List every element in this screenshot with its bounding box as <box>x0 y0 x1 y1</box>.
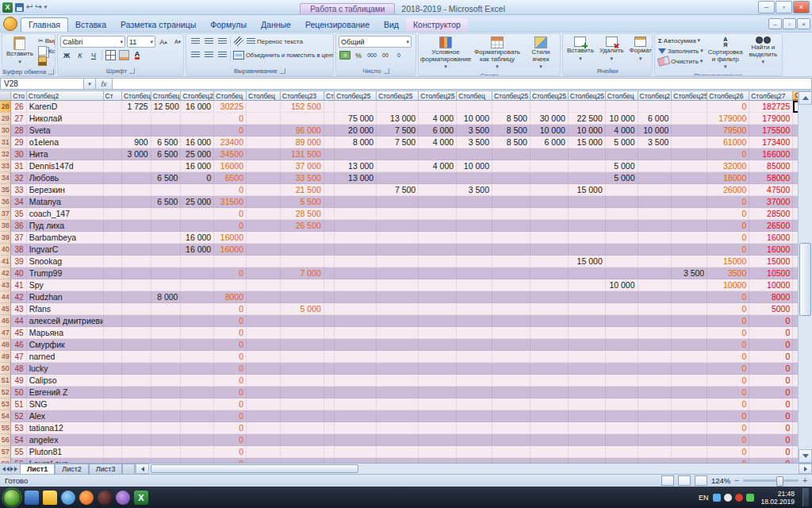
cell[interactable] <box>569 208 606 220</box>
row-header[interactable]: 46 <box>0 315 11 327</box>
cell[interactable]: SNG <box>27 398 104 410</box>
cell[interactable] <box>672 184 707 196</box>
cell[interactable] <box>324 113 335 125</box>
select-all-corner[interactable] <box>0 91 11 101</box>
format-painter-button[interactable] <box>37 56 56 66</box>
cell[interactable] <box>247 315 281 327</box>
cell[interactable] <box>638 244 672 256</box>
autosum-button[interactable]: ΣАвтосумма▾ <box>657 36 704 45</box>
cell[interactable] <box>569 351 606 363</box>
cell[interactable]: 25 000 <box>181 196 214 208</box>
cell[interactable] <box>606 148 638 160</box>
cell[interactable] <box>104 434 122 446</box>
viber-icon[interactable] <box>116 491 130 505</box>
cell[interactable]: 0 <box>214 410 247 422</box>
cell[interactable] <box>530 315 569 327</box>
cell[interactable]: 3 500 <box>457 137 492 148</box>
cell[interactable] <box>457 303 492 315</box>
cell[interactable] <box>569 220 606 232</box>
wrap-text-button[interactable]: Перенос текста <box>246 37 304 47</box>
cell[interactable] <box>419 101 457 113</box>
fill-color-button[interactable] <box>117 49 130 61</box>
cell[interactable]: 1 725 <box>122 101 151 113</box>
cell[interactable]: 0 <box>749 387 793 398</box>
cell[interactable]: 0 <box>707 303 749 315</box>
cell[interactable] <box>122 256 151 267</box>
cell[interactable] <box>492 279 530 291</box>
cell[interactable] <box>181 315 214 327</box>
cell[interactable]: 0 <box>214 267 247 279</box>
cell[interactable] <box>638 267 672 279</box>
number-format-select[interactable]: Общий▾ <box>339 36 412 48</box>
cell[interactable] <box>335 101 377 113</box>
cell[interactable] <box>377 148 419 160</box>
cell[interactable] <box>324 303 335 315</box>
vertical-scroll-thumb[interactable] <box>799 243 811 316</box>
row-header[interactable]: 41 <box>0 256 11 267</box>
cell[interactable] <box>457 422 492 434</box>
cell[interactable] <box>335 220 377 232</box>
cell[interactable] <box>151 160 182 172</box>
cell[interactable] <box>492 232 530 244</box>
cell[interactable] <box>419 398 457 410</box>
cell[interactable]: 4 000 <box>606 125 638 137</box>
cell[interactable] <box>324 279 335 291</box>
cell[interactable]: Dennis147d <box>27 160 104 172</box>
cell[interactable] <box>638 160 672 172</box>
cell[interactable]: 0 <box>214 446 247 458</box>
cell[interactable] <box>247 196 281 208</box>
cell[interactable]: 7 500 <box>377 137 419 148</box>
cell[interactable]: 0 <box>707 208 749 220</box>
cell[interactable] <box>247 244 281 256</box>
cell[interactable] <box>492 196 530 208</box>
row-header[interactable]: 36 <box>0 196 11 208</box>
cell[interactable] <box>247 339 281 351</box>
cell[interactable] <box>492 244 530 256</box>
cell[interactable] <box>530 434 569 446</box>
cell[interactable]: 30 000 <box>530 113 569 125</box>
row-header[interactable]: 34 <box>0 172 11 184</box>
cell[interactable]: Rudzhan <box>27 291 104 303</box>
cell[interactable] <box>122 125 151 137</box>
cell[interactable] <box>569 196 606 208</box>
comma-format-button[interactable]: 000 <box>366 49 378 61</box>
cell[interactable]: 6 000 <box>638 113 672 125</box>
cell[interactable]: 6 500 <box>151 137 182 148</box>
cell[interactable] <box>247 422 281 434</box>
cell[interactable]: 10500 <box>749 267 793 279</box>
cell[interactable] <box>377 422 419 434</box>
cell[interactable] <box>324 375 335 387</box>
cell[interactable] <box>247 303 281 315</box>
cell[interactable] <box>335 410 377 422</box>
cell[interactable]: 53 <box>11 422 26 434</box>
cell[interactable]: 10000 <box>749 279 793 291</box>
cell[interactable] <box>606 351 638 363</box>
cell[interactable]: 10 000 <box>457 113 492 125</box>
cell[interactable] <box>638 351 672 363</box>
cell[interactable] <box>281 363 324 375</box>
cell[interactable] <box>672 351 707 363</box>
copy-button[interactable]: Копировать <box>37 46 56 56</box>
cell[interactable] <box>324 256 335 267</box>
cell[interactable] <box>606 244 638 256</box>
cell[interactable] <box>151 113 182 125</box>
cell[interactable]: 0 <box>707 315 749 327</box>
cell[interactable] <box>247 434 281 446</box>
cell[interactable]: 50 <box>11 387 26 398</box>
cell[interactable] <box>569 363 606 375</box>
cell[interactable]: 7 000 <box>281 267 324 279</box>
cell[interactable] <box>281 351 324 363</box>
cell[interactable] <box>335 434 377 446</box>
cell[interactable] <box>247 220 281 232</box>
cell[interactable] <box>377 303 419 315</box>
cell[interactable] <box>151 398 182 410</box>
cell[interactable] <box>335 327 377 339</box>
cell[interactable] <box>377 172 419 184</box>
align-left-button[interactable] <box>189 49 201 61</box>
cell[interactable] <box>672 446 707 458</box>
cell[interactable] <box>122 172 151 184</box>
clock[interactable]: 21:48 18.02.2019 <box>757 490 798 506</box>
cell[interactable] <box>419 422 457 434</box>
cell[interactable] <box>377 196 419 208</box>
cell[interactable]: 166000 <box>749 148 793 160</box>
